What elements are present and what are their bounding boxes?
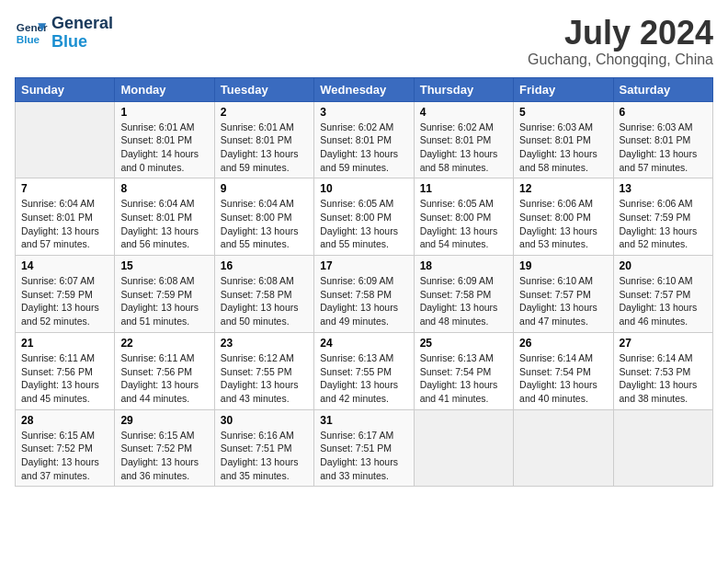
day-number: 21	[21, 337, 108, 350]
calendar-cell: 20Sunrise: 6:10 AM Sunset: 7:57 PM Dayli…	[613, 256, 712, 333]
calendar-cell: 17Sunrise: 6:09 AM Sunset: 7:58 PM Dayli…	[314, 256, 414, 333]
calendar-cell: 25Sunrise: 6:13 AM Sunset: 7:54 PM Dayli…	[414, 332, 513, 409]
day-number: 19	[519, 259, 607, 272]
calendar-cell: 4Sunrise: 6:02 AM Sunset: 8:01 PM Daylig…	[414, 101, 513, 178]
day-number: 31	[320, 414, 407, 427]
calendar-cell: 9Sunrise: 6:04 AM Sunset: 8:00 PM Daylig…	[214, 178, 313, 256]
day-number: 24	[320, 337, 407, 350]
logo-text-general: General	[51, 15, 113, 33]
col-header-sunday: Sunday	[16, 77, 115, 101]
calendar-cell	[613, 409, 712, 487]
day-info: Sunrise: 6:05 AM Sunset: 8:00 PM Dayligh…	[320, 197, 407, 251]
calendar-week-3: 14Sunrise: 6:07 AM Sunset: 7:59 PM Dayli…	[16, 256, 713, 333]
calendar-week-4: 21Sunrise: 6:11 AM Sunset: 7:56 PM Dayli…	[16, 332, 713, 409]
calendar-table: SundayMondayTuesdayWednesdayThursdayFrid…	[15, 77, 713, 488]
calendar-cell: 13Sunrise: 6:06 AM Sunset: 7:59 PM Dayli…	[613, 178, 712, 256]
calendar-cell: 12Sunrise: 6:06 AM Sunset: 8:00 PM Dayli…	[514, 178, 613, 256]
calendar-cell: 15Sunrise: 6:08 AM Sunset: 7:59 PM Dayli…	[115, 256, 214, 333]
calendar-week-1: 1Sunrise: 6:01 AM Sunset: 8:01 PM Daylig…	[16, 101, 713, 178]
day-number: 22	[120, 337, 208, 350]
day-info: Sunrise: 6:12 AM Sunset: 7:55 PM Dayligh…	[221, 351, 308, 406]
day-number: 7	[21, 182, 108, 195]
calendar-cell: 6Sunrise: 6:03 AM Sunset: 8:01 PM Daylig…	[613, 101, 712, 178]
day-number: 14	[21, 259, 108, 272]
day-number: 20	[620, 259, 707, 272]
day-number: 2	[221, 106, 308, 119]
day-number: 4	[420, 106, 507, 119]
page-header: General Blue General Blue July 2024 Guch…	[15, 15, 713, 68]
calendar-cell: 19Sunrise: 6:10 AM Sunset: 7:57 PM Dayli…	[514, 256, 613, 333]
calendar-cell: 2Sunrise: 6:01 AM Sunset: 8:01 PM Daylig…	[214, 101, 313, 178]
calendar-cell: 10Sunrise: 6:05 AM Sunset: 8:00 PM Dayli…	[314, 178, 414, 256]
day-info: Sunrise: 6:10 AM Sunset: 7:57 PM Dayligh…	[620, 274, 707, 328]
logo-icon: General Blue	[15, 17, 48, 50]
title-block: July 2024 Guchang, Chongqing, China	[528, 15, 713, 68]
calendar-cell: 16Sunrise: 6:08 AM Sunset: 7:58 PM Dayli…	[214, 256, 313, 333]
day-number: 27	[620, 337, 707, 350]
calendar-cell: 22Sunrise: 6:11 AM Sunset: 7:56 PM Dayli…	[115, 332, 214, 409]
day-info: Sunrise: 6:17 AM Sunset: 7:51 PM Dayligh…	[320, 429, 407, 483]
col-header-wednesday: Wednesday	[314, 77, 414, 101]
calendar-cell: 1Sunrise: 6:01 AM Sunset: 8:01 PM Daylig…	[115, 101, 214, 178]
calendar-cell: 24Sunrise: 6:13 AM Sunset: 7:55 PM Dayli…	[314, 332, 414, 409]
day-info: Sunrise: 6:11 AM Sunset: 7:56 PM Dayligh…	[120, 351, 208, 406]
calendar-cell: 11Sunrise: 6:05 AM Sunset: 8:00 PM Dayli…	[414, 178, 513, 256]
calendar-cell: 5Sunrise: 6:03 AM Sunset: 8:01 PM Daylig…	[514, 101, 613, 178]
calendar-cell: 30Sunrise: 6:16 AM Sunset: 7:51 PM Dayli…	[214, 409, 313, 487]
day-info: Sunrise: 6:04 AM Sunset: 8:00 PM Dayligh…	[221, 197, 308, 251]
logo: General Blue General Blue	[15, 15, 113, 52]
day-info: Sunrise: 6:10 AM Sunset: 7:57 PM Dayligh…	[519, 274, 607, 328]
day-info: Sunrise: 6:09 AM Sunset: 7:58 PM Dayligh…	[420, 274, 507, 328]
day-number: 16	[221, 259, 308, 272]
day-number: 9	[221, 182, 308, 195]
day-info: Sunrise: 6:07 AM Sunset: 7:59 PM Dayligh…	[21, 274, 108, 328]
col-header-saturday: Saturday	[613, 77, 712, 101]
calendar-cell	[414, 409, 513, 487]
day-number: 26	[519, 337, 607, 350]
day-number: 12	[519, 182, 607, 195]
day-number: 29	[120, 414, 208, 427]
day-number: 6	[620, 106, 707, 119]
day-number: 23	[221, 337, 308, 350]
day-info: Sunrise: 6:02 AM Sunset: 8:01 PM Dayligh…	[420, 121, 507, 175]
svg-text:Blue: Blue	[17, 33, 40, 45]
day-info: Sunrise: 6:08 AM Sunset: 7:58 PM Dayligh…	[221, 274, 308, 328]
day-info: Sunrise: 6:09 AM Sunset: 7:58 PM Dayligh…	[320, 274, 407, 328]
day-info: Sunrise: 6:04 AM Sunset: 8:01 PM Dayligh…	[21, 197, 108, 251]
calendar-cell: 27Sunrise: 6:14 AM Sunset: 7:53 PM Dayli…	[613, 332, 712, 409]
day-info: Sunrise: 6:14 AM Sunset: 7:53 PM Dayligh…	[620, 351, 707, 406]
day-info: Sunrise: 6:03 AM Sunset: 8:01 PM Dayligh…	[519, 121, 607, 175]
calendar-cell	[16, 101, 115, 178]
calendar-cell: 31Sunrise: 6:17 AM Sunset: 7:51 PM Dayli…	[314, 409, 414, 487]
calendar-cell: 14Sunrise: 6:07 AM Sunset: 7:59 PM Dayli…	[16, 256, 115, 333]
col-header-friday: Friday	[514, 77, 613, 101]
day-number: 11	[420, 182, 507, 195]
day-info: Sunrise: 6:13 AM Sunset: 7:54 PM Dayligh…	[420, 351, 507, 406]
calendar-cell: 8Sunrise: 6:04 AM Sunset: 8:01 PM Daylig…	[115, 178, 214, 256]
day-info: Sunrise: 6:05 AM Sunset: 8:00 PM Dayligh…	[420, 197, 507, 251]
day-number: 15	[120, 259, 208, 272]
calendar-cell	[514, 409, 613, 487]
calendar-cell: 26Sunrise: 6:14 AM Sunset: 7:54 PM Dayli…	[514, 332, 613, 409]
day-info: Sunrise: 6:01 AM Sunset: 8:01 PM Dayligh…	[221, 121, 308, 175]
calendar-week-5: 28Sunrise: 6:15 AM Sunset: 7:52 PM Dayli…	[16, 409, 713, 487]
day-number: 3	[320, 106, 407, 119]
calendar-cell: 3Sunrise: 6:02 AM Sunset: 8:01 PM Daylig…	[314, 101, 414, 178]
day-number: 8	[120, 182, 208, 195]
day-number: 30	[221, 414, 308, 427]
day-info: Sunrise: 6:02 AM Sunset: 8:01 PM Dayligh…	[320, 121, 407, 175]
month-year-title: July 2024	[528, 15, 713, 52]
calendar-cell: 7Sunrise: 6:04 AM Sunset: 8:01 PM Daylig…	[16, 178, 115, 256]
calendar-cell: 18Sunrise: 6:09 AM Sunset: 7:58 PM Dayli…	[414, 256, 513, 333]
location-title: Guchang, Chongqing, China	[528, 52, 713, 68]
day-info: Sunrise: 6:03 AM Sunset: 8:01 PM Dayligh…	[620, 121, 707, 175]
col-header-monday: Monday	[115, 77, 214, 101]
calendar-cell: 21Sunrise: 6:11 AM Sunset: 7:56 PM Dayli…	[16, 332, 115, 409]
day-info: Sunrise: 6:15 AM Sunset: 7:52 PM Dayligh…	[120, 429, 208, 483]
calendar-header-row: SundayMondayTuesdayWednesdayThursdayFrid…	[16, 77, 713, 101]
day-info: Sunrise: 6:14 AM Sunset: 7:54 PM Dayligh…	[519, 351, 607, 406]
day-number: 13	[620, 182, 707, 195]
day-number: 5	[519, 106, 607, 119]
calendar-cell: 28Sunrise: 6:15 AM Sunset: 7:52 PM Dayli…	[16, 409, 115, 487]
day-number: 10	[320, 182, 407, 195]
